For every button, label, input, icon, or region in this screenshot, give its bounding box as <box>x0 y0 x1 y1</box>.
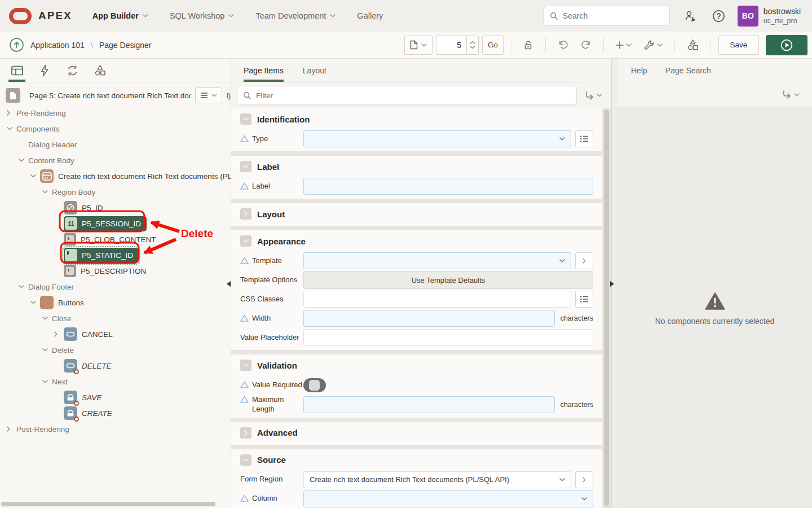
column-select[interactable] <box>303 491 593 507</box>
page-number-stepper[interactable] <box>466 36 479 55</box>
tree-expand-icon[interactable] <box>53 331 64 337</box>
filter-input[interactable] <box>256 91 571 100</box>
tab-shared-components[interactable] <box>91 59 109 82</box>
nav-team-development[interactable]: Team Development <box>255 11 336 20</box>
template-quick-pick-button[interactable] <box>575 252 593 269</box>
tree-node-p5-static-id[interactable]: P5_STATIC_ID <box>0 247 231 263</box>
section-header-validation[interactable]: Validation <box>231 356 602 375</box>
value-placeholder-input[interactable] <box>303 329 593 346</box>
template-select[interactable] <box>303 252 571 269</box>
tree-collapse-icon[interactable] <box>29 174 40 178</box>
tree-collapse-icon[interactable] <box>17 159 28 162</box>
collapse-left-splitter-arrow[interactable] <box>227 281 231 287</box>
tab-rendering[interactable] <box>8 59 26 82</box>
selected-tree-node[interactable]: P5_STATIC_ID <box>64 248 139 263</box>
section-header-layout[interactable]: Layout <box>231 204 602 224</box>
label-input[interactable] <box>303 178 593 195</box>
undo-button[interactable] <box>553 36 573 55</box>
tree-node-p5-description[interactable]: P5_DESCRIPTION <box>0 263 231 279</box>
user-menu[interactable]: BO bostrowski uc_rte_pro <box>738 6 801 27</box>
lock-button[interactable] <box>519 36 538 55</box>
tree-collapse-icon[interactable] <box>41 190 52 194</box>
tree-node-content-body[interactable]: Content Body <box>0 152 231 168</box>
tree-collapse-icon[interactable] <box>41 348 52 352</box>
shared-components-button[interactable] <box>682 36 703 55</box>
type-select[interactable] <box>303 130 571 147</box>
tree-root-node[interactable]: Page 5: Create rich text document Rich T… <box>0 87 231 104</box>
section-header-advanced[interactable]: Advanced <box>231 423 602 443</box>
section-header-source[interactable]: Source <box>231 450 602 470</box>
template-options-button[interactable]: Use Template Defaults <box>303 271 593 289</box>
go-to-group-button[interactable] <box>782 90 800 99</box>
nav-gallery[interactable]: Gallery <box>357 11 383 20</box>
tree-node-cancel[interactable]: CANCEL <box>0 326 231 342</box>
condition-badge-icon <box>74 369 79 374</box>
redo-button[interactable] <box>576 36 596 55</box>
tree-node-p5-id[interactable]: P5_ID <box>0 200 231 216</box>
page-number-input[interactable] <box>436 36 466 55</box>
tree-node-dialog-header[interactable]: Dialog Header <box>0 137 231 152</box>
search-input[interactable] <box>563 11 664 20</box>
collapse-right-splitter-arrow[interactable] <box>610 281 614 287</box>
tree-collapse-icon[interactable] <box>6 127 16 130</box>
tab-dynamic-actions[interactable] <box>36 59 54 82</box>
tree-node-save[interactable]: SAVE <box>0 389 231 405</box>
tree-node-region-body[interactable]: Region Body <box>0 184 231 200</box>
account-admin-icon[interactable] <box>685 10 698 21</box>
chevron-right-icon <box>240 427 251 439</box>
tree-node-create[interactable]: CREATE <box>0 405 231 421</box>
tab-page-items[interactable]: Page Items <box>244 59 284 82</box>
utilities-menu-button[interactable] <box>639 36 667 55</box>
tree-node-pre-rendering[interactable]: Pre-Rendering <box>0 105 231 121</box>
tab-processing[interactable] <box>63 59 81 82</box>
selected-tree-node[interactable]: 11P5_SESSION_ID <box>64 216 147 231</box>
section-header-label[interactable]: Label <box>231 157 602 176</box>
tree-node-close[interactable]: Close <box>0 310 231 326</box>
tree-node-next[interactable]: Next <box>0 374 231 389</box>
create-menu-button[interactable] <box>611 36 636 55</box>
save-button[interactable]: Save <box>718 36 759 55</box>
go-button[interactable]: Go <box>482 36 504 55</box>
css-classes-input[interactable] <box>303 291 571 308</box>
tree-node-post-rendering[interactable]: Post-Rendering <box>0 421 231 437</box>
value-required-toggle[interactable] <box>303 378 326 392</box>
tree-expand-icon[interactable] <box>6 110 16 116</box>
maximum-length-input[interactable] <box>303 396 555 413</box>
tree-node-delete[interactable]: Delete <box>0 342 231 358</box>
tree-node-buttons[interactable]: Buttons <box>0 295 231 310</box>
tree-expand-icon[interactable] <box>6 426 16 432</box>
tree-root-menu-button[interactable] <box>195 87 222 103</box>
tree-collapse-icon[interactable] <box>29 301 40 304</box>
tab-layout[interactable]: Layout <box>303 59 326 82</box>
tree-collapse-icon[interactable] <box>41 380 52 383</box>
chevron-down-icon <box>240 360 251 371</box>
page-select-button[interactable] <box>404 36 433 55</box>
horizontal-scrollbar[interactable] <box>1 502 215 506</box>
tree-collapse-icon[interactable] <box>41 317 52 320</box>
go-to-group-button[interactable] <box>585 91 602 100</box>
vertical-scrollbar[interactable] <box>604 110 609 506</box>
tree-node-components[interactable]: Components <box>0 121 231 137</box>
form-region-quick-pick-button[interactable] <box>575 471 593 488</box>
css-classes-lov-button[interactable] <box>575 291 593 308</box>
app-home-icon[interactable] <box>9 37 24 52</box>
tree-node-create-rich-text-document-rich-text-documents-pl-sql[interactable]: Create rich text document Rich Text docu… <box>0 168 231 184</box>
nav-sql-workshop[interactable]: SQL Workshop <box>170 11 235 20</box>
run-page-button[interactable] <box>766 35 807 55</box>
section-header-appearance[interactable]: Appearance <box>231 231 602 251</box>
help-icon[interactable] <box>712 10 725 23</box>
tree-collapse-icon[interactable] <box>17 285 28 288</box>
tree-node-delete[interactable]: DELETE <box>0 358 231 374</box>
tree-node-dialog-footer[interactable]: Dialog Footer <box>0 279 231 295</box>
type-lov-button[interactable] <box>575 130 593 147</box>
tab-page-search[interactable]: Page Search <box>665 66 711 75</box>
section-header-identification[interactable]: Identification <box>231 110 602 129</box>
form-region-select[interactable]: Create rich text document Rich Text docu… <box>303 471 571 488</box>
tab-help[interactable]: Help <box>631 66 647 75</box>
width-input[interactable] <box>303 310 555 327</box>
breadcrumb-application[interactable]: Application 101 <box>30 41 85 50</box>
plus-icon <box>616 41 624 49</box>
property-row-type: Type <box>240 130 593 148</box>
nav-app-builder[interactable]: App Builder <box>92 11 148 20</box>
tree-node-label: Create rich text document Rich Text docu… <box>58 172 231 181</box>
